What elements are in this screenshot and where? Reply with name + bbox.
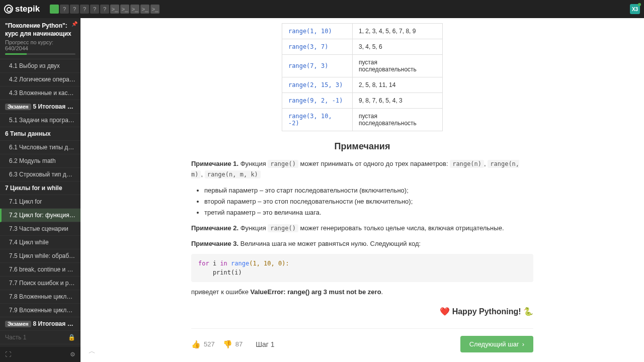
sidebar-item[interactable]: 7 Циклы for и while xyxy=(0,182,80,195)
course-progress: Прогресс по курсу: 640/2044 xyxy=(5,39,75,51)
lesson-body: range(1, 10)1, 2, 3, 4, 5, 6, 7, 8, 9ran… xyxy=(181,18,543,362)
table-row: range(7, 3)пустая последовательность xyxy=(282,55,443,77)
step-footer: 👍 527 👎 87 Шаг 1 Следующий шаг › xyxy=(191,328,533,359)
dislike-button[interactable]: 👎 87 xyxy=(223,340,243,349)
step-pill[interactable]: >_ xyxy=(130,5,139,14)
sidebar-item[interactable]: Экзамен5 Итоговая работа... xyxy=(0,100,80,114)
course-title: "Поколение Python": курс для начинающих xyxy=(5,22,75,38)
list-item: третий параметр – это величина шага. xyxy=(204,207,533,218)
sidebar-item[interactable]: 4.2 Логические операции xyxy=(0,73,80,86)
exam-badge: Экзамен xyxy=(5,321,31,327)
top-header: stepik ?????>_>_>_>_>_ X3 xyxy=(0,0,644,18)
note-1-bullets: первый параметр – это старт последовател… xyxy=(204,185,533,218)
sidebar: 📌 "Поколение Python": курс для начинающи… xyxy=(0,18,80,362)
logo[interactable]: stepik xyxy=(4,4,40,14)
lock-icon: 🔒 xyxy=(68,334,75,341)
settings-icon[interactable]: ⚙ xyxy=(70,351,75,358)
table-row: range(3, 10, -2)пустая последовательност… xyxy=(282,109,443,131)
table-row: range(2, 15, 3)2, 5, 8, 11, 14 xyxy=(282,77,443,93)
sidebar-item[interactable]: 7.8 Вложенные циклы. Ча... xyxy=(0,290,80,304)
sidebar-item[interactable]: 6.2 Модуль math xyxy=(0,154,80,168)
next-step-button[interactable]: Следующий шаг › xyxy=(460,336,533,352)
logo-text: stepik xyxy=(15,4,40,14)
sidebar-item[interactable]: 5.1 Задачи на программир... xyxy=(0,114,80,127)
sidebar-item[interactable]: 7.9 Вложенные циклы. Ча... xyxy=(0,304,80,317)
step-pill[interactable]: >_ xyxy=(150,5,159,14)
exam-badge: Экзамен xyxy=(5,104,31,110)
back-to-top[interactable]: ︿ xyxy=(89,347,96,356)
step-pill[interactable]: >_ xyxy=(120,5,129,14)
user-badge[interactable]: X3 xyxy=(630,4,640,14)
list-item: первый параметр – это старт последовател… xyxy=(204,185,533,196)
sidebar-item-locked: Часть 1🔒 xyxy=(0,331,80,344)
sidebar-item[interactable]: 7.4 Цикл while xyxy=(0,236,80,249)
table-row: range(1, 10)1, 2, 3, 4, 5, 6, 7, 8, 9 xyxy=(282,24,443,39)
comments-header: 43 Комментария ≡ Самые обсуждаемые ⌄ xyxy=(191,359,533,362)
thumbs-up-icon: 👍 xyxy=(191,340,201,349)
notes-title: Примечания xyxy=(191,141,533,152)
sidebar-item[interactable]: 7.6 break, continue и else xyxy=(0,263,80,277)
code-block: for i in range(1, 10, 0): print(i) xyxy=(191,254,533,282)
step-pill[interactable]: ? xyxy=(80,5,89,14)
table-row: range(3, 7)3, 4, 5, 6 xyxy=(282,39,443,55)
step-pill[interactable]: ? xyxy=(90,5,99,14)
chevron-right-icon: › xyxy=(522,340,524,348)
sidebar-item[interactable]: 7.3 Частые сценарии xyxy=(0,222,80,236)
logo-icon xyxy=(4,5,13,14)
error-text: приведет к ошибке ValueError: range() ar… xyxy=(191,287,533,298)
sidebar-item[interactable]: 4.1 Выбор из двух xyxy=(0,59,80,73)
sidebar-item[interactable]: 7.7 Поиск ошибок и ревью... xyxy=(0,277,80,290)
sidebar-item[interactable]: 7.2 Цикл for: функция range xyxy=(0,209,80,222)
step-pill[interactable]: >_ xyxy=(110,5,119,14)
step-pill[interactable]: ? xyxy=(70,5,79,14)
table-row: range(9, 2, -1)9, 8, 7, 6, 5, 4, 3 xyxy=(282,93,443,109)
sidebar-item[interactable]: 4.3 Вложенные и каскадн... xyxy=(0,86,80,100)
step-pill[interactable]: ? xyxy=(100,5,109,14)
note-1: Примечание 1. Функция range() может прин… xyxy=(191,159,533,180)
happy-pythoning: ❤️ Happy Pythoning! 🐍 xyxy=(191,307,533,316)
sidebar-item[interactable]: 6 Типы данных xyxy=(0,127,80,141)
like-button[interactable]: 👍 527 xyxy=(191,340,215,349)
sidebar-footer: ⛶ ⚙ xyxy=(0,347,80,362)
main-content: range(1, 10)1, 2, 3, 4, 5, 6, 7, 8, 9ran… xyxy=(80,18,644,362)
nav-list: 4.1 Выбор из двух4.2 Логические операции… xyxy=(0,59,80,358)
sidebar-item[interactable]: 7.5 Цикл while: обработка ... xyxy=(0,249,80,263)
step-pill[interactable] xyxy=(50,5,59,14)
fullscreen-icon[interactable]: ⛶ xyxy=(5,351,11,358)
thumbs-down-icon: 👎 xyxy=(223,340,232,349)
sidebar-header: 📌 "Поколение Python": курс для начинающи… xyxy=(0,18,80,59)
sidebar-item[interactable]: 6.1 Числовые типы данны... xyxy=(0,141,80,154)
note-2: Примечание 2. Функция range() может гене… xyxy=(191,223,533,234)
step-label: Шаг 1 xyxy=(256,340,274,348)
step-pill[interactable]: >_ xyxy=(140,5,149,14)
pin-icon[interactable]: 📌 xyxy=(71,21,77,27)
range-table: range(1, 10)1, 2, 3, 4, 5, 6, 7, 8, 9ran… xyxy=(282,23,443,131)
step-pill[interactable]: ? xyxy=(60,5,69,14)
sidebar-item[interactable]: Экзамен8 Итоговая работа... xyxy=(0,317,80,331)
step-indicators: ?????>_>_>_>_>_ xyxy=(50,5,159,14)
list-item: второй параметр – это стоп последователь… xyxy=(204,196,533,207)
note-3: Примечание 3. Величина шага не может рав… xyxy=(191,239,533,249)
sidebar-item[interactable]: 6.3 Строковый тип данных xyxy=(0,168,80,182)
progress-bar xyxy=(5,53,75,55)
sidebar-item[interactable]: 7.1 Цикл for xyxy=(0,195,80,209)
